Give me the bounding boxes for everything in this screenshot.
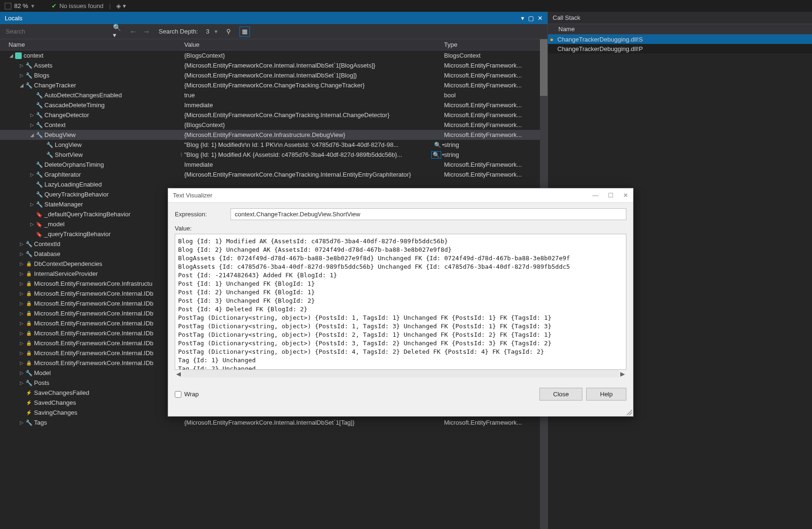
expand-icon[interactable]	[19, 321, 25, 326]
callstack-col-header[interactable]: Name	[548, 24, 812, 34]
expand-icon[interactable]	[19, 380, 25, 386]
row-value[interactable]: {Microsoft.EntityFrameworkCore.ChangeTra…	[184, 111, 444, 119]
row-name: LongView	[55, 141, 82, 148]
close-button[interactable]: Close	[539, 388, 582, 401]
expand-icon[interactable]	[19, 271, 25, 277]
expression-input[interactable]	[231, 208, 626, 220]
wrap-checkbox-input[interactable]	[175, 391, 181, 398]
nav-forward-icon[interactable]: →	[143, 27, 150, 36]
locals-row[interactable]: context {BlogsContext} BlogsContext	[0, 51, 547, 60]
row-value[interactable]: Immediate	[184, 161, 444, 168]
locals-row[interactable]: AutoDetectChangesEnabled true bool	[0, 90, 547, 100]
magnifier-icon[interactable]: 🔍	[431, 151, 441, 159]
expand-icon[interactable]	[19, 281, 25, 287]
locals-row[interactable]: ChangeDetector {Microsoft.EntityFramewor…	[0, 110, 547, 120]
expand-icon[interactable]	[19, 311, 25, 316]
highlight-icon[interactable]: ▦	[239, 26, 250, 37]
depth-dropdown-icon[interactable]: ▾	[214, 28, 218, 35]
locals-row[interactable]: DebugView {Microsoft.EntityFrameworkCore…	[0, 130, 547, 140]
minimize-icon[interactable]: —	[592, 192, 598, 199]
locals-row[interactable]: ShortView ⟟ "Blog {Id: 1} Modified AK {A…	[0, 150, 547, 160]
locals-row[interactable]: Context {BlogsContext} Microsoft.EntityF…	[0, 120, 547, 130]
cube-icon	[15, 52, 22, 59]
depth-value[interactable]: 3	[203, 27, 213, 36]
wrench-icon	[36, 112, 43, 119]
expand-icon[interactable]	[29, 222, 35, 227]
expand-icon[interactable]	[19, 251, 25, 257]
locals-row[interactable]: Blogs {Microsoft.EntityFrameworkCore.Int…	[0, 70, 547, 80]
row-value[interactable]: {Microsoft.EntityFrameworkCore.Internal.…	[184, 72, 444, 79]
expand-icon[interactable]	[19, 291, 25, 297]
row-value[interactable]: {Microsoft.EntityFrameworkCore.ChangeTra…	[184, 82, 444, 89]
expand-icon[interactable]	[19, 73, 25, 78]
current-frame-icon	[550, 36, 557, 43]
horizontal-scrollbar[interactable]: ◀▶	[175, 370, 626, 377]
locals-row[interactable]: GraphIterator {Microsoft.EntityFramework…	[0, 170, 547, 179]
help-button[interactable]: Help	[586, 388, 626, 401]
search-field[interactable]	[6, 28, 113, 35]
expand-icon[interactable]	[19, 63, 25, 68]
row-value[interactable]: {BlogsContext}	[184, 52, 444, 59]
expand-icon[interactable]	[19, 241, 25, 247]
callstack-row[interactable]: ChangeTrackerDebugging.dll!P	[548, 44, 812, 53]
locals-row[interactable]: DeleteOrphansTiming Immediate Microsoft.…	[0, 160, 547, 170]
expand-icon[interactable]	[29, 172, 35, 178]
row-value[interactable]: "Blog {Id: 1} Modified AK {AssetsId: c47…	[184, 151, 444, 159]
expand-icon[interactable]	[19, 301, 25, 307]
magnifier-icon[interactable]: 🔍	[434, 142, 441, 148]
expand-icon[interactable]	[19, 261, 25, 267]
row-value[interactable]: true	[184, 92, 444, 99]
tag-icon[interactable]: ◈ ▾	[116, 2, 126, 9]
nav-back-icon[interactable]: ←	[129, 27, 137, 36]
row-name: Tags	[34, 419, 47, 426]
row-value[interactable]: {Microsoft.EntityFrameworkCore.Internal.…	[184, 62, 444, 69]
col-name[interactable]: Name	[0, 41, 184, 48]
status-bar: 82 % ▾ ✔ No issues found | ◈ ▾	[0, 0, 812, 12]
expand-icon[interactable]	[29, 122, 35, 128]
value-textarea[interactable]: Blog {Id: 1} Modified AK {AssetsId: c478…	[175, 234, 626, 370]
wrench-icon	[36, 162, 43, 168]
expand-icon[interactable]	[19, 350, 25, 356]
expand-icon[interactable]	[19, 341, 25, 346]
expand-icon[interactable]	[29, 132, 35, 138]
row-value[interactable]: {Microsoft.EntityFrameworkCore.Infrastru…	[184, 131, 444, 138]
locals-row[interactable]: LongView "Blog {Id: 1} Modified\r\n Id: …	[0, 140, 547, 150]
issues-text: No issues found	[60, 2, 103, 9]
maximize-icon[interactable]: ☐	[608, 192, 614, 199]
wrench-icon	[36, 201, 43, 208]
expand-icon[interactable]	[19, 370, 25, 376]
row-value[interactable]: {Microsoft.EntityFrameworkCore.Internal.…	[184, 419, 444, 426]
chevron-down-icon[interactable]: ▾	[31, 2, 34, 9]
close-icon[interactable]: ✕	[538, 15, 543, 22]
search-input[interactable]: 🔍 ▾	[4, 23, 127, 40]
pin-row-icon[interactable]: ⟟	[180, 152, 182, 158]
callstack-row[interactable]: ChangeTrackerDebugging.dll!S	[548, 34, 812, 44]
lock-icon	[26, 330, 32, 337]
wrap-checkbox[interactable]: Wrap	[175, 391, 199, 398]
expand-icon[interactable]	[19, 360, 25, 366]
filter-icon[interactable]: ⚲	[223, 26, 234, 37]
expand-icon[interactable]	[19, 331, 25, 336]
row-value[interactable]: {BlogsContext}	[184, 121, 444, 128]
expand-icon[interactable]	[19, 420, 25, 426]
search-icon[interactable]: 🔍 ▾	[113, 24, 125, 39]
row-value[interactable]: {Microsoft.EntityFrameworkCore.ChangeTra…	[184, 171, 444, 178]
expand-icon[interactable]	[29, 202, 35, 207]
locals-row[interactable]: ChangeTracker {Microsoft.EntityFramework…	[0, 80, 547, 90]
expand-icon[interactable]	[9, 53, 14, 59]
locals-row[interactable]: Tags {Microsoft.EntityFrameworkCore.Inte…	[0, 418, 547, 427]
expand-icon[interactable]	[19, 83, 25, 88]
row-value[interactable]: Immediate	[184, 102, 444, 109]
window-dropdown-icon[interactable]: ▾	[521, 15, 524, 22]
row-value[interactable]: "Blog {Id: 1} Modified\r\n Id: 1 PK\r\n …	[184, 141, 444, 148]
expand-icon[interactable]	[29, 112, 35, 118]
locals-row[interactable]: Assets {Microsoft.EntityFrameworkCore.In…	[0, 60, 547, 70]
checkbox-icon[interactable]	[5, 3, 11, 9]
close-dialog-icon[interactable]: ✕	[623, 192, 628, 199]
locals-row[interactable]: CascadeDeleteTiming Immediate Microsoft.…	[0, 100, 547, 110]
resize-grip-icon[interactable]	[626, 410, 632, 415]
col-value[interactable]: Value	[184, 41, 444, 48]
pin-icon[interactable]: ▢	[528, 15, 534, 22]
frame-text: ChangeTrackerDebugging.dll!S	[557, 36, 643, 43]
col-type[interactable]: Type	[444, 41, 547, 48]
